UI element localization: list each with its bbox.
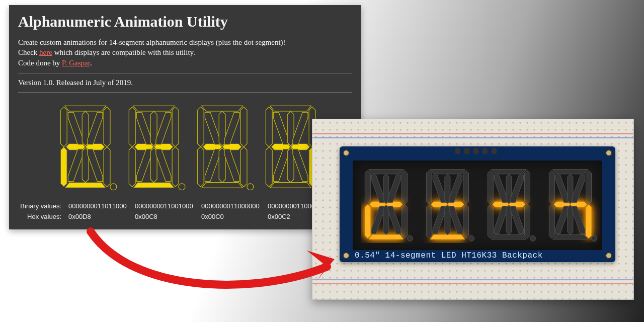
values-table: Binary values: 0000000011011000000000001… <box>18 202 352 220</box>
segment-j[interactable] <box>156 112 171 144</box>
digits-row <box>18 98 352 199</box>
author-link[interactable]: P. Gaspar <box>62 59 90 67</box>
segment-k[interactable] <box>205 149 220 181</box>
segment-a[interactable] <box>202 106 243 111</box>
led-module <box>353 160 602 250</box>
segment-m[interactable] <box>156 149 171 181</box>
display-digit[interactable] <box>58 103 118 193</box>
segment-e <box>426 204 432 238</box>
segment-m[interactable] <box>293 149 308 181</box>
segment-k <box>555 206 569 234</box>
segment-d <box>369 235 404 239</box>
segment-c[interactable] <box>240 147 247 187</box>
segment-m <box>449 206 462 234</box>
segment-j[interactable] <box>224 112 239 144</box>
segment-a <box>369 170 404 174</box>
segment-h <box>494 175 507 203</box>
segment-a[interactable] <box>133 106 175 111</box>
segment-f <box>549 170 554 204</box>
display-digit[interactable] <box>127 103 186 193</box>
segment-c[interactable] <box>172 147 179 187</box>
segment-f[interactable] <box>129 107 135 146</box>
segment-j <box>572 175 585 203</box>
segment-k <box>371 206 384 234</box>
segment-a <box>430 170 465 174</box>
segment-e[interactable] <box>129 147 135 187</box>
segment-f[interactable] <box>60 107 67 146</box>
segment-m[interactable] <box>224 149 239 181</box>
segment-h <box>371 175 384 203</box>
segment-j[interactable] <box>88 112 103 144</box>
segment-m <box>388 206 401 234</box>
segment-m[interactable] <box>88 149 103 181</box>
hex-value: 0x00D8 <box>68 213 135 220</box>
segment-e[interactable] <box>197 147 204 187</box>
hex-value: 0x00C0 <box>201 213 268 220</box>
segment-dot[interactable] <box>110 184 117 190</box>
segment-k <box>494 206 507 234</box>
segment-c <box>525 204 530 238</box>
segment-f <box>488 170 493 204</box>
divider <box>18 92 352 93</box>
segment-f[interactable] <box>266 107 272 146</box>
segment-b <box>463 170 469 204</box>
segment-h[interactable] <box>205 112 220 144</box>
segment-d[interactable] <box>202 182 243 188</box>
segment-e <box>549 204 554 238</box>
segment-j <box>511 175 524 203</box>
display-digit <box>545 168 600 243</box>
segment-c[interactable] <box>104 147 110 187</box>
segment-a[interactable] <box>65 106 106 111</box>
segment-k[interactable] <box>273 149 288 181</box>
segment-j <box>449 175 462 203</box>
segment-d[interactable] <box>65 182 106 188</box>
intro-line-3a: Code done by <box>18 59 62 67</box>
led-backpack-board: 0.54" 14-segment LED HT16K33 Backpack <box>340 146 615 262</box>
hex-label: Hex values: <box>18 213 68 220</box>
segment-f <box>426 170 432 204</box>
segment-h[interactable] <box>273 112 288 144</box>
segment-b <box>525 170 530 204</box>
page-title: Alphanumeric Animation Utility <box>18 13 352 30</box>
segment-a <box>553 170 588 174</box>
utility-panel: Alphanumeric Animation Utility Create cu… <box>9 5 361 229</box>
segment-dot <box>530 235 536 241</box>
intro-text: Create custom animations for 14-segment … <box>18 37 352 68</box>
segment-a <box>492 170 527 174</box>
segment-h <box>555 175 569 203</box>
binary-value: 0000000011000000 <box>201 202 268 210</box>
display-digit <box>422 168 477 243</box>
segment-b[interactable] <box>240 107 247 146</box>
segment-f <box>365 170 370 204</box>
segment-e[interactable] <box>60 147 67 187</box>
segment-d[interactable] <box>270 182 311 188</box>
segment-d[interactable] <box>133 182 175 188</box>
segment-h[interactable] <box>68 112 83 144</box>
segment-c <box>586 204 592 238</box>
segment-e[interactable] <box>266 147 272 187</box>
segment-k[interactable] <box>68 149 83 181</box>
segment-c <box>463 204 469 238</box>
segment-f[interactable] <box>197 107 204 146</box>
hex-value: 0x00C8 <box>135 213 201 220</box>
segment-k <box>433 206 446 234</box>
intro-line-1: Create custom animations for 14-segment … <box>18 38 286 46</box>
binary-value: 0000000011011000 <box>68 202 135 210</box>
segment-e <box>488 204 493 238</box>
compat-link[interactable]: here <box>39 48 52 56</box>
display-digit <box>361 168 416 243</box>
segment-h[interactable] <box>136 112 151 144</box>
segment-k[interactable] <box>136 149 151 181</box>
segment-dot[interactable] <box>179 184 185 190</box>
segment-j[interactable] <box>293 112 308 144</box>
segment-m <box>572 206 585 234</box>
segment-dot[interactable] <box>247 184 254 190</box>
segment-a[interactable] <box>270 106 311 111</box>
segment-b <box>586 170 592 204</box>
segment-d <box>492 235 527 239</box>
display-digit[interactable] <box>195 103 255 193</box>
segment-b[interactable] <box>104 107 110 146</box>
segment-j <box>388 175 401 203</box>
hardware-photo: 0.54" 14-segment LED HT16K33 Backpack <box>312 119 634 300</box>
segment-b[interactable] <box>172 107 179 146</box>
